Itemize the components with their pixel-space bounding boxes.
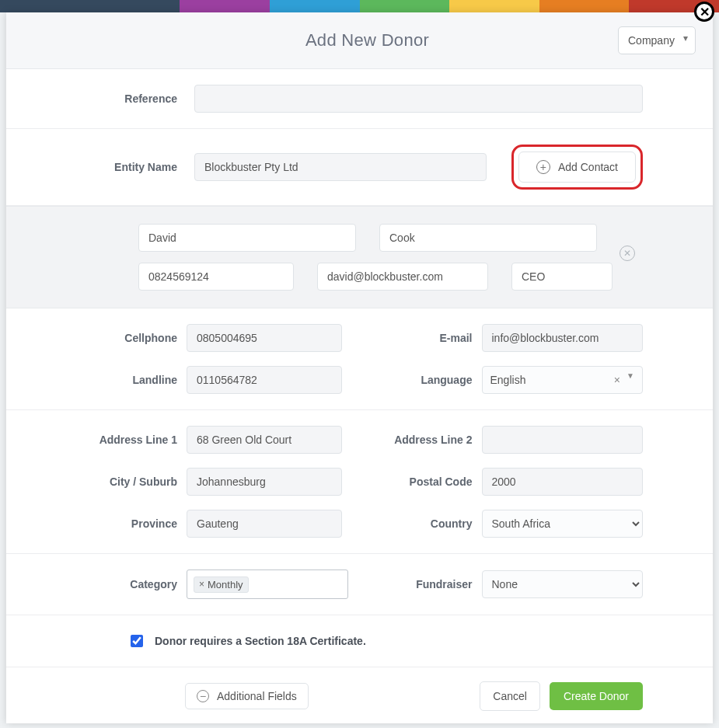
contact-block: ✕ xyxy=(6,206,713,308)
contact-first-name-input[interactable] xyxy=(138,224,356,252)
cellphone-input[interactable] xyxy=(187,324,342,352)
add-contact-button[interactable]: + Add Contact xyxy=(518,152,636,183)
additional-fields-label: Additional Fields xyxy=(217,690,297,702)
tag-remove-icon[interactable]: × xyxy=(199,579,204,590)
section-18a-label: Donor requires a Section 18A Certificate… xyxy=(155,635,366,647)
postal-input[interactable] xyxy=(482,468,644,496)
reference-label: Reference xyxy=(76,92,177,105)
chevron-down-icon: ▼ xyxy=(627,371,634,380)
email-label: E-mail xyxy=(372,332,473,344)
category-tag-input[interactable]: × Monthly xyxy=(187,570,348,599)
province-label: Province xyxy=(76,517,177,530)
city-label: City / Suburb xyxy=(76,475,177,488)
create-donor-button[interactable]: Create Donor xyxy=(550,682,643,710)
remove-contact-icon[interactable]: ✕ xyxy=(620,246,635,261)
donor-type-select[interactable]: Company xyxy=(618,26,696,54)
cancel-button[interactable]: Cancel xyxy=(480,681,540,711)
reference-input[interactable] xyxy=(194,85,643,113)
province-input[interactable] xyxy=(187,510,342,538)
language-label: Language xyxy=(372,374,473,386)
section-18a-row: Donor requires a Section 18A Certificate… xyxy=(6,615,713,667)
modal-body: Reference Entity Name + Add Contact xyxy=(6,69,713,723)
contact-email-input[interactable] xyxy=(317,263,488,291)
modal-title: Add New Donor xyxy=(117,30,618,51)
cellphone-label: Cellphone xyxy=(76,332,177,344)
entity-name-label: Entity Name xyxy=(76,161,177,173)
minus-circle-icon: − xyxy=(197,690,209,702)
category-label: Category xyxy=(76,578,177,590)
country-label: Country xyxy=(372,517,473,530)
email-input[interactable] xyxy=(482,324,644,352)
address1-input[interactable] xyxy=(187,426,342,454)
tag-text: Monthly xyxy=(208,579,243,590)
top-accent-bar xyxy=(0,0,719,12)
add-contact-label: Add Contact xyxy=(558,161,618,173)
address1-label: Address Line 1 xyxy=(76,434,177,446)
add-donor-modal: Add New Donor Company Reference Entity N… xyxy=(6,12,713,723)
contact-mobile-input[interactable] xyxy=(138,263,294,291)
language-value: English xyxy=(490,374,526,386)
landline-input[interactable] xyxy=(187,366,342,394)
contact-title-input[interactable] xyxy=(511,263,613,291)
plus-circle-icon: + xyxy=(536,160,550,174)
modal-header: Add New Donor Company xyxy=(6,12,713,69)
category-tag[interactable]: × Monthly xyxy=(194,576,249,593)
language-select[interactable]: English × ▼ xyxy=(482,366,644,394)
city-input[interactable] xyxy=(187,468,342,496)
close-icon[interactable]: ✕ xyxy=(694,2,714,22)
section-18a-checkbox[interactable] xyxy=(131,635,143,647)
country-select[interactable]: South Africa xyxy=(482,510,644,538)
address2-input[interactable] xyxy=(482,426,644,454)
contact-last-name-input[interactable] xyxy=(379,224,597,252)
landline-label: Landline xyxy=(76,374,177,386)
language-clear-icon[interactable]: × xyxy=(614,374,620,386)
address2-label: Address Line 2 xyxy=(372,434,473,446)
fundraiser-label: Fundraiser xyxy=(372,578,473,590)
additional-fields-button[interactable]: − Additional Fields xyxy=(185,683,309,709)
postal-label: Postal Code xyxy=(372,475,473,488)
add-contact-highlight: + Add Contact xyxy=(511,145,643,190)
modal-footer: − Additional Fields Cancel Create Donor xyxy=(6,667,713,723)
fundraiser-select[interactable]: None xyxy=(482,570,644,598)
entity-name-input[interactable] xyxy=(194,153,487,181)
